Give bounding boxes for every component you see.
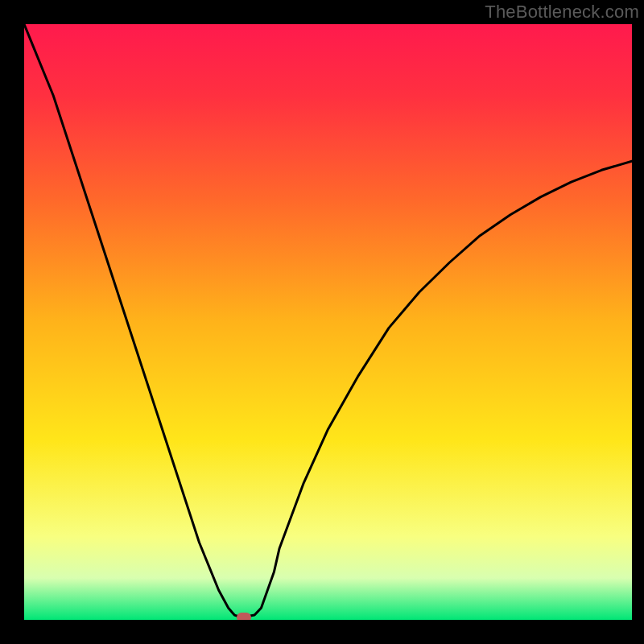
chart-frame: TheBottleneck.com: [0, 0, 644, 644]
optimal-marker: [237, 613, 251, 620]
gradient-background: [24, 24, 632, 620]
chart-svg: [24, 24, 632, 620]
watermark-text: TheBottleneck.com: [485, 2, 639, 23]
plot-area: [24, 24, 632, 620]
